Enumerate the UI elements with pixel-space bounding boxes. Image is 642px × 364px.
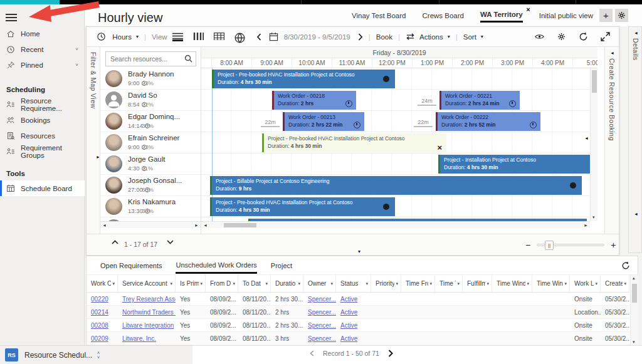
board-settings-button[interactable]	[615, 9, 628, 22]
booking-project[interactable]: Project - Installation Project at Contos…	[438, 155, 596, 174]
search-icon[interactable]	[184, 55, 192, 63]
chevron-down-icon[interactable]: ˅	[75, 46, 78, 52]
create-resource-booking-tab[interactable]: ◄ Create Resource Booking	[604, 47, 619, 254]
eye-icon[interactable]	[535, 32, 544, 41]
zoom-slider[interactable]: ||	[537, 244, 604, 246]
sidebar-item-recent[interactable]: Recent˅	[0, 41, 85, 57]
filter-dropdown-icon[interactable]: ▾	[330, 281, 333, 286]
sort-dropdown-icon[interactable]: ▾	[481, 34, 483, 39]
filter-dropdown-icon[interactable]: ▾	[595, 281, 597, 286]
booking-project[interactable]: Project - Pre-booked HVAC Installation P…	[212, 70, 395, 88]
filter-dropdown-icon[interactable]: ▾	[487, 281, 489, 286]
gantt-hscrollbar[interactable]: ◄►	[201, 221, 590, 228]
cell-link[interactable]: Active	[340, 309, 357, 316]
cell-link[interactable]: Northwind Traders Fab...	[122, 309, 176, 316]
timeline-view-button[interactable]	[193, 33, 204, 41]
cell-link[interactable]: 00220	[91, 296, 108, 303]
cell-link[interactable]: 00208	[91, 322, 108, 329]
zoom-slider-handle[interactable]: ||	[545, 241, 554, 250]
map-view-button[interactable]	[234, 33, 245, 41]
list-view-button[interactable]	[172, 33, 183, 41]
resource-hscrollbar[interactable]: ◄►	[100, 221, 201, 228]
resource-row[interactable]: David So8:5422%	[100, 90, 201, 111]
tab-open-requirements[interactable]: Open Requirements	[100, 258, 162, 273]
sidebar-item-resource-requireme-[interactable]: Resource Requireme...	[0, 96, 85, 112]
booking-tentative[interactable]: Project - Pre-booked HVAC Installation P…	[262, 133, 446, 152]
cell-link[interactable]: Spencer...	[308, 335, 336, 342]
chevron-down-icon[interactable]: ˅	[75, 62, 78, 68]
resource-row[interactable]: Brady Hannon9:0023%	[100, 68, 201, 90]
zoom-out-button[interactable]: −	[525, 240, 530, 250]
next-dates-button[interactable]	[358, 33, 363, 41]
refresh-icon[interactable]	[621, 261, 630, 270]
cell-link[interactable]: Spencer...	[308, 309, 336, 316]
column-header[interactable]: Create▾	[601, 275, 629, 292]
cell-link[interactable]: Litware, Inc.	[122, 335, 156, 342]
filter-dropdown-icon[interactable]: ▾	[298, 281, 300, 286]
resource-row[interactable]: Jorge Gault4:3011%	[100, 153, 201, 175]
hours-dropdown-icon[interactable]: ▾	[136, 34, 139, 39]
column-header[interactable]: Work L▾	[570, 275, 601, 292]
sidebar-item-bookings[interactable]: Bookings	[0, 112, 85, 128]
board-tab[interactable]: Initial public view	[539, 9, 593, 22]
page-down-icon[interactable]	[167, 240, 174, 244]
booking-workorder[interactable]: Work Order - 00218Duration: 2 hrs	[272, 91, 356, 110]
grid-view-button[interactable]	[214, 33, 224, 41]
book-button[interactable]: Book	[376, 33, 392, 41]
sidebar-item-resources[interactable]: Resources	[0, 128, 85, 143]
column-header[interactable]: Work O▾	[87, 275, 118, 292]
cell-link[interactable]: Active	[340, 322, 357, 329]
column-header[interactable]: Priority▾	[371, 275, 401, 292]
cell-link[interactable]: Active	[340, 296, 357, 303]
filter-map-panel-tab[interactable]: Filter & Map View ►	[87, 47, 100, 254]
sidebar-item-requirement-groups[interactable]: Requirement Groups	[0, 143, 85, 159]
search-input[interactable]	[106, 52, 180, 66]
column-header[interactable]: Duratio▾	[271, 275, 303, 292]
filter-dropdown-icon[interactable]: ▾	[396, 281, 398, 286]
resource-row[interactable]: Kris Nakamura13:3034%	[100, 196, 201, 217]
add-board-button[interactable]: +	[599, 9, 613, 22]
column-header[interactable]: Time From▾	[401, 275, 435, 292]
prev-page-icon[interactable]	[310, 350, 314, 356]
sidebar-item-home[interactable]: Home	[0, 26, 85, 41]
date-range-label[interactable]: 8/30/2019 - 9/5/2019	[284, 33, 350, 41]
expand-filter-icon[interactable]: ►	[96, 155, 100, 159]
booking-project[interactable]: Project - Pre-booked HVAC Installation P…	[210, 197, 395, 216]
prev-dates-button[interactable]	[256, 33, 261, 41]
table-row[interactable]: 00209Litware, Inc.Yes08/09/2...08/11/20.…	[87, 332, 629, 345]
expand-create-booking-icon[interactable]: ◄	[610, 51, 614, 55]
table-vscrollbar[interactable]: ▴▾	[630, 275, 638, 345]
board-tab[interactable]: Vinay Test Board	[352, 9, 406, 22]
table-row[interactable]: 00220Trey Research AssemblyYes08/09/2...…	[87, 293, 629, 306]
filter-dropdown-icon[interactable]: ▾	[457, 281, 460, 286]
table-row[interactable]: 00208Litware IntegrationYes08/09/2...08/…	[87, 319, 629, 332]
column-header[interactable]: Is Prim▾	[176, 275, 206, 292]
cell-link[interactable]: Trey Research Assembly	[122, 296, 176, 303]
resource-row[interactable]: Efrain Schreiner9:0023%	[100, 132, 201, 153]
calendar-icon[interactable]	[269, 32, 278, 41]
remove-booking-icon[interactable]: ×	[437, 143, 442, 152]
refresh-icon[interactable]	[579, 32, 588, 41]
filter-dropdown-icon[interactable]: ▾	[564, 281, 567, 286]
table-row[interactable]: 00214Northwind Traders Fab...Yes08/09/2.…	[87, 306, 629, 319]
tab-unscheduled-work-orders[interactable]: Unscheduled Work Orders	[176, 257, 256, 274]
cell-link[interactable]: 00214	[91, 309, 108, 316]
booking-workorder[interactable]: Work Order - 00222Duration: 2 hrs 52 min	[436, 112, 540, 131]
filter-dropdown-icon[interactable]: ▾	[265, 281, 268, 286]
cell-link[interactable]: 00209	[91, 335, 108, 342]
actions-button[interactable]: Actions	[419, 33, 443, 41]
app-switcher-chevrons-icon[interactable]: ˄˅	[97, 351, 100, 360]
filter-dropdown-icon[interactable]: ▾	[112, 281, 115, 286]
booking-project[interactable]: Project - Billable Project at Contoso En…	[210, 176, 582, 195]
details-collapse-icon[interactable]: ◄	[634, 212, 638, 216]
board-tab[interactable]: Crews Board	[423, 9, 464, 22]
booking-workorder[interactable]: Work Order - 00221Duration: 2 hrs 24 min	[439, 91, 520, 110]
details-panel-tab[interactable]: ◄ Details ◄	[628, 26, 642, 253]
filter-dropdown-icon[interactable]: ▾	[624, 281, 626, 286]
close-tab-icon[interactable]: ×	[526, 6, 530, 13]
sidebar-item-pinned[interactable]: Pinned˅	[0, 57, 85, 73]
filter-dropdown-icon[interactable]: ▾	[170, 281, 172, 286]
filter-dropdown-icon[interactable]: ▾	[233, 281, 235, 286]
filter-dropdown-icon[interactable]: ▾	[200, 281, 203, 286]
column-header[interactable]: Fulfillm▾	[463, 275, 492, 292]
